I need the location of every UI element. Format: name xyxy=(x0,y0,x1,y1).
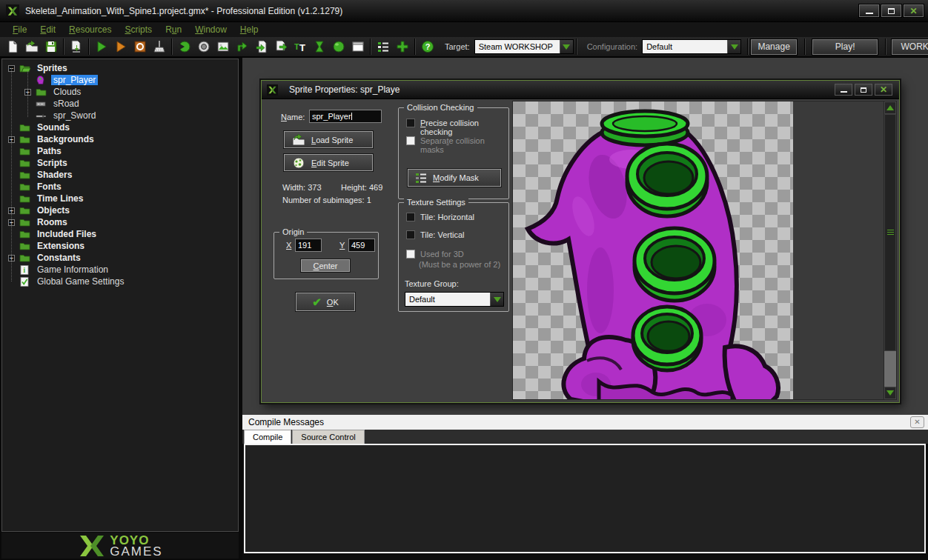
tree-item-objects[interactable]: +Objects xyxy=(2,204,238,216)
run-debug-button[interactable] xyxy=(111,38,130,56)
add-shader-button[interactable] xyxy=(271,38,291,56)
menu-window[interactable]: Window xyxy=(188,23,233,36)
yoyo-games-logo-icon xyxy=(77,534,107,558)
scroll-up-button[interactable] xyxy=(884,101,896,114)
tree-item-fonts[interactable]: Fonts xyxy=(2,181,238,193)
name-input[interactable]: spr_Player xyxy=(309,110,382,123)
new-file-button[interactable] xyxy=(3,38,22,56)
tree-item-scripts[interactable]: Scripts xyxy=(2,157,238,169)
origin-x-input[interactable]: 191 xyxy=(295,239,322,252)
menu-help[interactable]: Help xyxy=(233,23,265,36)
add-font-button[interactable]: TT xyxy=(291,38,310,56)
separate-masks-checkbox[interactable] xyxy=(406,136,415,145)
tree-item-label: spr_Sword xyxy=(51,110,98,121)
tile-horizontal-checkbox[interactable] xyxy=(406,213,415,221)
tree-item-shaders[interactable]: Shaders xyxy=(2,169,238,181)
menu-edit[interactable]: Edit xyxy=(33,23,62,36)
tree-item-sroad[interactable]: sRoad xyxy=(2,98,238,110)
tree-item-backgrounds[interactable]: +Backgrounds xyxy=(2,133,238,145)
tree-item-included-files[interactable]: Included Files xyxy=(2,228,238,240)
add-room-button[interactable] xyxy=(348,38,368,56)
used-for-3d-checkbox[interactable] xyxy=(406,250,415,259)
center-origin-button[interactable]: Center xyxy=(301,259,350,272)
dialog-close-button[interactable]: ✕ xyxy=(875,84,892,96)
dialog-title-bar[interactable]: Sprite Properties: spr_Playe ✕ xyxy=(262,81,899,99)
tree-item-sprites[interactable]: −Sprites xyxy=(2,62,238,74)
tree-item-extensions[interactable]: Extensions xyxy=(2,240,238,252)
ok-button[interactable]: ✔ OK xyxy=(296,293,355,311)
target-dropdown-button[interactable] xyxy=(560,40,573,53)
modify-mask-button[interactable]: Modify Mask xyxy=(408,169,501,187)
add-background-button[interactable] xyxy=(213,38,233,56)
tree-item-global-game-settings[interactable]: Global Game Settings xyxy=(2,276,238,287)
open-project-button[interactable] xyxy=(22,38,42,56)
tree-item-rooms[interactable]: +Rooms xyxy=(2,216,238,228)
tile-vertical-checkbox[interactable] xyxy=(406,230,415,239)
compile-panel-close-button[interactable]: ✕ xyxy=(910,416,924,428)
menu-file[interactable]: File xyxy=(6,23,33,36)
preview-scrollbar[interactable] xyxy=(884,101,896,399)
add-object-button[interactable] xyxy=(329,38,348,56)
workshop-button[interactable]: WORKSHOP xyxy=(892,39,928,55)
play-button[interactable]: Play! xyxy=(812,39,878,55)
tree-item-label: Paths xyxy=(35,146,64,156)
tree-item-game-information[interactable]: iGame Information xyxy=(2,264,238,276)
close-icon: ✕ xyxy=(914,418,920,426)
tree-item-clouds[interactable]: +Clouds xyxy=(2,86,238,98)
configuration-dropdown-button[interactable] xyxy=(727,40,740,53)
sprite-height-text: Height: 469 xyxy=(341,183,382,192)
menu-run[interactable]: Run xyxy=(159,23,188,36)
compile-output-area[interactable] xyxy=(244,444,926,553)
modify-mask-icon xyxy=(414,171,428,184)
save-project-button[interactable] xyxy=(42,38,61,56)
tree-item-spr-player[interactable]: spr_Player xyxy=(2,74,238,86)
edit-sprite-button[interactable]: Edit Sprite xyxy=(284,154,373,171)
tree-item-constants[interactable]: +Constants xyxy=(2,252,238,264)
load-sprite-button[interactable]: Load Sprite xyxy=(284,131,373,148)
origin-y-input[interactable]: 459 xyxy=(348,239,375,252)
clean-cache-button[interactable] xyxy=(150,38,169,56)
precise-collision-checkbox[interactable] xyxy=(406,119,415,127)
precise-collision-checkbox-row[interactable]: Precise collision checking xyxy=(406,119,508,136)
create-executable-button[interactable] xyxy=(67,38,86,56)
run-game-button[interactable] xyxy=(92,38,111,56)
configuration-dropdown[interactable]: Default xyxy=(642,39,741,54)
add-path-button[interactable] xyxy=(233,38,252,56)
tree-item-spr-sword[interactable]: spr_Sword xyxy=(2,110,238,121)
add-script-button[interactable] xyxy=(252,38,271,56)
manage-button[interactable]: Manage xyxy=(751,39,797,55)
close-button[interactable]: ✕ xyxy=(904,4,924,17)
tab-compile[interactable]: Compile xyxy=(244,430,291,444)
maximize-button[interactable] xyxy=(881,4,901,17)
scrollbar-thumb[interactable] xyxy=(884,114,896,351)
texture-group-dropdown[interactable]: Default xyxy=(405,292,504,307)
dialog-minimize-button[interactable] xyxy=(835,84,852,96)
tree-item-time-lines[interactable]: Time Lines xyxy=(2,193,238,204)
notes-button[interactable] xyxy=(374,38,393,56)
help-button[interactable]: ? xyxy=(418,38,437,56)
settings-icon xyxy=(19,277,31,287)
tree-item-paths[interactable]: Paths xyxy=(2,145,238,157)
tile-horizontal-checkbox-row[interactable]: Tile: Horizontal xyxy=(406,213,474,221)
minimize-button[interactable] xyxy=(859,4,879,17)
add-sound-button[interactable] xyxy=(194,38,213,56)
dialog-maximize-button[interactable] xyxy=(855,84,872,96)
menu-scripts[interactable]: Scripts xyxy=(118,23,159,36)
used-for-3d-checkbox-row[interactable]: Used for 3D xyxy=(406,250,464,259)
stop-game-button[interactable] xyxy=(130,38,150,56)
tile-vertical-checkbox-row[interactable]: Tile: Vertical xyxy=(406,230,465,239)
add-background-icon xyxy=(216,40,230,53)
tree-item-label: Objects xyxy=(35,205,72,216)
scroll-down-button[interactable] xyxy=(884,387,896,399)
menu-resources[interactable]: Resources xyxy=(62,23,118,36)
add-timeline-button[interactable] xyxy=(310,38,329,56)
toolbar-separator xyxy=(171,39,173,55)
tab-source-control[interactable]: Source Control xyxy=(292,430,364,444)
target-dropdown[interactable]: Steam WORKSHOP xyxy=(474,39,574,54)
add-resource-button[interactable] xyxy=(393,38,412,56)
add-sprite-button[interactable] xyxy=(175,38,194,56)
separate-masks-checkbox-row[interactable]: Separate collision masks xyxy=(406,136,508,154)
tree-item-sounds[interactable]: Sounds xyxy=(2,121,238,133)
texture-group-dropdown-button[interactable] xyxy=(490,293,503,306)
origin-groupbox: Origin X 191 Y 459 Center xyxy=(274,232,379,279)
